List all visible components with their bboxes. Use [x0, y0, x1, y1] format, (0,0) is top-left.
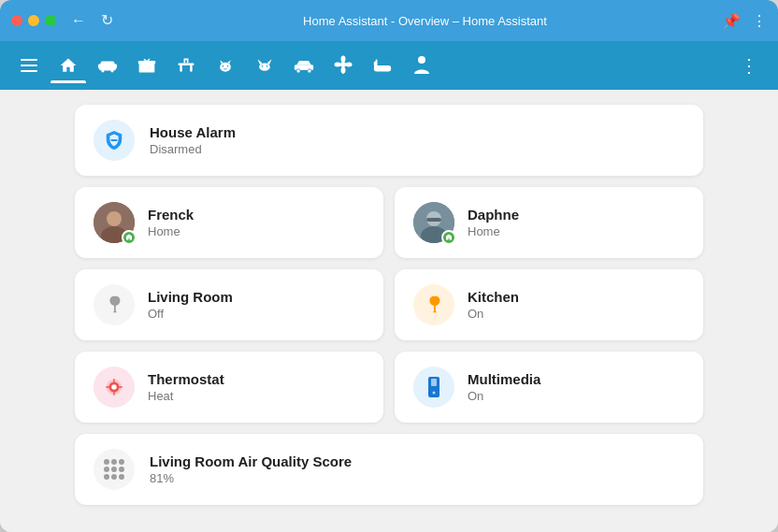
- daphne-card[interactable]: Daphne Home: [395, 187, 703, 258]
- bath-icon[interactable]: [365, 48, 400, 83]
- frenck-status: Home: [148, 224, 194, 238]
- svg-rect-9: [139, 64, 155, 73]
- svg-rect-28: [342, 67, 344, 74]
- house-alarm-icon: [94, 120, 135, 161]
- toolbar-more-icon[interactable]: ⋮: [731, 48, 767, 83]
- thermostat-status: Heat: [148, 389, 224, 403]
- svg-point-15: [223, 65, 224, 67]
- svg-point-35: [107, 211, 122, 226]
- svg-rect-40: [426, 218, 441, 222]
- gift-icon[interactable]: [129, 48, 165, 83]
- daphne-name: Daphne: [468, 207, 519, 223]
- svg-rect-11: [179, 64, 194, 66]
- house-alarm-title: House Alarm: [150, 124, 236, 140]
- svg-rect-45: [431, 379, 437, 386]
- living-room-status: Off: [148, 307, 233, 321]
- window-title: Home Assistant - Overview – Home Assista…: [128, 14, 722, 28]
- svg-point-16: [227, 65, 229, 67]
- thermostat-card[interactable]: Thermostat Heat: [75, 352, 383, 423]
- kitchen-title: Kitchen: [468, 289, 519, 305]
- svg-rect-7: [102, 70, 105, 73]
- air-quality-icon: [94, 449, 135, 490]
- lights-row: Living Room Off Kitchen On: [75, 269, 703, 340]
- svg-point-43: [111, 384, 117, 390]
- flower-icon[interactable]: [325, 48, 361, 83]
- person-icon[interactable]: [404, 48, 439, 83]
- kitchen-status: On: [468, 307, 519, 321]
- multimedia-info: Multimedia On: [468, 371, 540, 403]
- air-quality-status: 81%: [150, 471, 352, 485]
- svg-point-22: [308, 69, 311, 73]
- air-quality-info: Living Room Air Quality Score 81%: [150, 453, 352, 485]
- minimize-button[interactable]: [28, 15, 39, 26]
- close-button[interactable]: [11, 15, 22, 26]
- pin-icon[interactable]: 📌: [722, 12, 741, 30]
- kitchen-card[interactable]: Kitchen On: [395, 269, 703, 340]
- svg-point-32: [418, 56, 425, 64]
- titlebar: ← ↻ Home Assistant - Overview – Home Ass…: [0, 0, 778, 41]
- svg-point-19: [267, 65, 268, 67]
- house-alarm-status: Disarmed: [150, 142, 236, 156]
- app-window: ← ↻ Home Assistant - Overview – Home Ass…: [0, 0, 778, 532]
- svg-rect-5: [98, 64, 102, 69]
- frenck-avatar-wrap: [94, 202, 135, 243]
- home-tab[interactable]: [50, 48, 86, 83]
- thermostat-icon: [94, 367, 135, 408]
- daphne-home-badge: [441, 230, 456, 245]
- thermostat-title: Thermostat: [148, 371, 224, 387]
- daphne-status: Home: [468, 224, 519, 238]
- frenck-home-badge: [122, 230, 137, 245]
- persons-row: Frenck Home Daphne H: [75, 187, 703, 258]
- living-room-info: Living Room Off: [148, 289, 233, 321]
- fox-icon[interactable]: [247, 48, 282, 83]
- svg-rect-4: [101, 61, 115, 66]
- kitchen-icon: [413, 284, 454, 325]
- svg-rect-1: [21, 65, 37, 66]
- climate-media-row: Thermostat Heat Multimedia On: [75, 352, 703, 423]
- svg-rect-2: [21, 70, 37, 72]
- multimedia-title: Multimedia: [468, 371, 540, 387]
- daphne-info: Daphne Home: [468, 207, 519, 238]
- thermostat-info: Thermostat Heat: [148, 371, 224, 403]
- svg-rect-13: [190, 65, 193, 72]
- svg-rect-12: [180, 65, 182, 72]
- svg-rect-6: [113, 64, 117, 69]
- living-room-card[interactable]: Living Room Off: [75, 269, 383, 340]
- svg-rect-31: [376, 60, 378, 64]
- kitchen-info: Kitchen On: [468, 289, 519, 321]
- frenck-info: Frenck Home: [148, 207, 194, 238]
- menu-icon[interactable]: [11, 48, 47, 83]
- svg-rect-0: [21, 59, 37, 61]
- car-icon[interactable]: [286, 48, 322, 83]
- svg-point-24: [341, 56, 346, 63]
- living-room-title: Living Room: [148, 289, 233, 305]
- daphne-avatar-wrap: [413, 202, 454, 243]
- multimedia-card[interactable]: Multimedia On: [395, 352, 703, 423]
- cat-icon[interactable]: [208, 48, 243, 83]
- toolbar: ⋮: [0, 41, 778, 90]
- svg-point-18: [262, 65, 264, 67]
- svg-point-26: [335, 63, 341, 67]
- house-alarm-info: House Alarm Disarmed: [150, 124, 236, 156]
- nav-buttons: ← ↻: [67, 11, 117, 30]
- more-icon[interactable]: ⋮: [752, 12, 767, 30]
- back-button[interactable]: ←: [67, 11, 90, 30]
- air-quality-title: Living Room Air Quality Score: [150, 453, 352, 469]
- desk-icon[interactable]: [168, 48, 204, 83]
- frenck-card[interactable]: Frenck Home: [75, 187, 383, 258]
- maximize-button[interactable]: [45, 15, 56, 26]
- titlebar-actions: 📌 ⋮: [722, 12, 767, 30]
- air-quality-card[interactable]: Living Room Air Quality Score 81%: [75, 434, 703, 505]
- svg-point-17: [259, 64, 270, 71]
- svg-rect-8: [111, 70, 114, 73]
- cards-grid: House Alarm Disarmed Fr: [75, 105, 703, 505]
- house-alarm-card[interactable]: House Alarm Disarmed: [75, 105, 703, 176]
- svg-point-46: [433, 392, 436, 395]
- svg-point-21: [296, 69, 300, 73]
- svg-rect-10: [138, 61, 155, 64]
- refresh-button[interactable]: ↻: [97, 11, 117, 30]
- multimedia-status: On: [468, 389, 540, 403]
- multimedia-icon: [413, 367, 454, 408]
- content-area: House Alarm Disarmed Fr: [0, 90, 778, 532]
- sofa-icon[interactable]: [90, 48, 125, 83]
